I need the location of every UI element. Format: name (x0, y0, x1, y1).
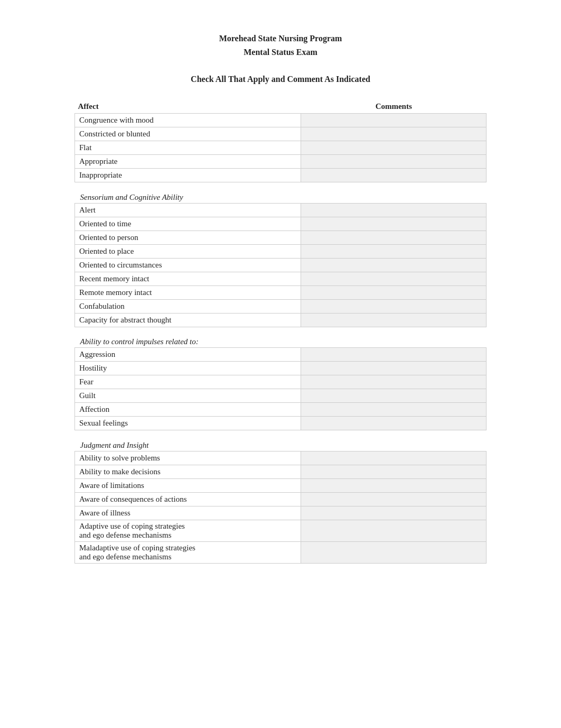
header-line2: Mental Status Exam (42, 45, 519, 59)
row-comment-field[interactable] (301, 244, 487, 258)
table-row: Aggression (75, 348, 487, 362)
row-label: Guilt (75, 389, 301, 403)
table-row: Flat (75, 141, 487, 155)
table-row: Aware of illness (75, 506, 487, 520)
row-label: Ability to make decisions (75, 465, 301, 478)
row-comment-field[interactable] (301, 203, 487, 217)
table-row: Ability to make decisions (75, 465, 487, 478)
table-row: Aware of limitations (75, 478, 487, 492)
row-label: Congruence with mood (75, 114, 301, 127)
table-row: Affection (75, 403, 487, 417)
row-comment-field[interactable] (301, 541, 487, 563)
table-row: Inappropriate (75, 169, 487, 182)
row-label: Aware of limitations (75, 478, 301, 492)
table-row: Congruence with mood (75, 114, 487, 127)
table-row: Sexual feelings (75, 417, 487, 430)
row-label: Ability to solve problems (75, 451, 301, 465)
row-label: Recent memory intact (75, 272, 301, 285)
row-comment-field[interactable] (301, 285, 487, 299)
table-row: Capacity for abstract thought (75, 313, 487, 327)
row-comment-field[interactable] (301, 169, 487, 182)
table-row: Adaptive use of coping strategiesand ego… (75, 520, 487, 541)
table-row: Oriented to place (75, 244, 487, 258)
table-row: Confabulation (75, 299, 487, 313)
row-label: Aware of illness (75, 506, 301, 520)
row-comment-field[interactable] (301, 127, 487, 141)
table-row: Ability to solve problems (75, 451, 487, 465)
table-row: Alert (75, 203, 487, 217)
row-label: Alert (75, 203, 301, 217)
table-row: Guilt (75, 389, 487, 403)
spacer-row (75, 327, 487, 334)
table-row: Oriented to person (75, 231, 487, 244)
row-label: Oriented to circumstances (75, 258, 301, 272)
row-label: Oriented to person (75, 231, 301, 244)
row-comment-field[interactable] (301, 520, 487, 541)
page-subtitle: Check All That Apply and Comment As Indi… (42, 75, 519, 84)
row-label: Appropriate (75, 155, 301, 169)
row-label: Confabulation (75, 299, 301, 313)
row-comment-field[interactable] (301, 417, 487, 430)
row-label: Capacity for abstract thought (75, 313, 301, 327)
page-header: Morehead State Nursing Program Mental St… (42, 32, 519, 59)
spacer-row (75, 430, 487, 438)
table-row: Appropriate (75, 155, 487, 169)
row-comment-field[interactable] (301, 403, 487, 417)
row-label: Remote memory intact (75, 285, 301, 299)
row-comment-field[interactable] (301, 231, 487, 244)
row-comment-field[interactable] (301, 141, 487, 155)
row-label: Aware of consequences of actions (75, 492, 301, 506)
spacer-row (75, 182, 487, 190)
section-title-label: Judgment and Insight (75, 438, 487, 451)
row-comment-field[interactable] (301, 506, 487, 520)
row-comment-field[interactable] (301, 155, 487, 169)
main-table: Affect Comments Congruence with mood Con… (74, 97, 487, 564)
row-label: Flat (75, 141, 301, 155)
table-row: Maladaptive use of coping strategiesand … (75, 541, 487, 563)
section-title-sensorium: Sensorium and Cognitive Ability (75, 190, 487, 204)
table-row: Aware of consequences of actions (75, 492, 487, 506)
row-comment-field[interactable] (301, 389, 487, 403)
row-comment-field[interactable] (301, 362, 487, 375)
comments-column-header: Comments (301, 97, 487, 114)
table-row: Hostility (75, 362, 487, 375)
row-label: Affection (75, 403, 301, 417)
table-row: Oriented to circumstances (75, 258, 487, 272)
table-row: Remote memory intact (75, 285, 487, 299)
section-title-label: Ability to control impulses related to: (75, 334, 487, 348)
table-row: Oriented to time (75, 217, 487, 231)
row-label: Oriented to time (75, 217, 301, 231)
header-line1: Morehead State Nursing Program (42, 32, 519, 45)
column-header-row: Affect Comments (75, 97, 487, 114)
affect-column-header: Affect (75, 97, 301, 114)
section-title-label: Sensorium and Cognitive Ability (75, 190, 487, 204)
row-label: Maladaptive use of coping strategiesand … (75, 541, 301, 563)
row-comment-field[interactable] (301, 478, 487, 492)
row-label: Sexual feelings (75, 417, 301, 430)
row-comment-field[interactable] (301, 114, 487, 127)
row-comment-field[interactable] (301, 451, 487, 465)
row-comment-field[interactable] (301, 465, 487, 478)
row-label: Aggression (75, 348, 301, 362)
row-label: Fear (75, 375, 301, 389)
row-comment-field[interactable] (301, 258, 487, 272)
section-title-judgment: Judgment and Insight (75, 438, 487, 451)
section-title-impulse: Ability to control impulses related to: (75, 334, 487, 348)
row-label: Adaptive use of coping strategiesand ego… (75, 520, 301, 541)
table-row: Fear (75, 375, 487, 389)
table-row: Constricted or blunted (75, 127, 487, 141)
row-comment-field[interactable] (301, 217, 487, 231)
row-comment-field[interactable] (301, 492, 487, 506)
row-label: Constricted or blunted (75, 127, 301, 141)
row-comment-field[interactable] (301, 299, 487, 313)
table-row: Recent memory intact (75, 272, 487, 285)
row-comment-field[interactable] (301, 313, 487, 327)
row-label: Hostility (75, 362, 301, 375)
row-comment-field[interactable] (301, 348, 487, 362)
row-label: Inappropriate (75, 169, 301, 182)
row-label: Oriented to place (75, 244, 301, 258)
row-comment-field[interactable] (301, 272, 487, 285)
row-comment-field[interactable] (301, 375, 487, 389)
